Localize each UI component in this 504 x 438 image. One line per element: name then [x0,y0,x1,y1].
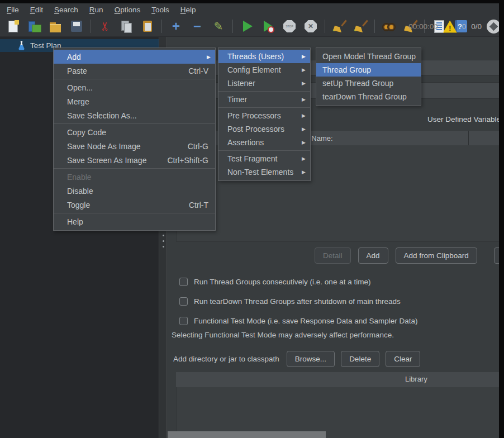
add-button[interactable]: Add [358,247,388,264]
menu-item-merge[interactable]: Merge [54,94,215,108]
menu-item-pre-processors[interactable]: Pre Processors▶ [218,109,310,122]
menu-item-label: Thread Group [322,65,416,74]
classpath-buttons: Browse...DeleteClear [287,351,421,367]
start-np-icon[interactable] [261,19,275,34]
mnemonic-letter: S [54,6,59,14]
menu-item-threads-users[interactable]: Threads (Users)▶ [218,50,310,63]
menu-item-label: Merge [67,97,208,106]
save-icon[interactable] [69,19,84,34]
splitter-grip-dot [163,246,164,247]
checkbox-label: Run tearDown Thread Groups after shutdow… [194,297,401,306]
new-plan-icon[interactable] [6,19,20,34]
mnemonic-letter: O [115,6,121,14]
search-icon[interactable] [382,19,396,34]
mnemonic-letter: R [89,6,95,14]
start-icon[interactable] [240,19,254,34]
error-count: 0 [462,22,467,31]
menu-item-help[interactable]: Help [54,215,215,228]
menu-item-save-selection-as[interactable]: Save Selection As... [54,108,215,122]
templates-icon[interactable] [27,19,41,34]
stop-icon[interactable]: STOP [282,19,297,34]
menu-item-non-test-elements[interactable]: Non-Test Elements▶ [218,165,310,179]
clear-all-icon[interactable]: ● [353,19,368,34]
mnemonic-letter: H [180,6,186,14]
menu-item-open-model-thread-group[interactable]: Open Model Thread Group [316,50,421,63]
submenu-arrow-icon: ▶ [302,54,306,59]
menubar-item-file[interactable]: File [1,4,25,15]
icon-glyph: ✎ [211,19,226,34]
submenu-arrow-icon: ▶ [302,113,306,118]
library-column-label[interactable]: Library [405,375,427,383]
menu-item-test-fragment[interactable]: Test Fragment▶ [218,152,310,165]
submenu-arrow-icon: ▶ [207,54,211,60]
menubar-item-options[interactable]: Options [109,4,146,15]
menu-item-timer[interactable]: Timer▶ [218,93,310,106]
menu-item-label: Config Element [227,65,299,74]
checkbox-2[interactable] [179,297,188,306]
submenu-arrow-icon: ▶ [302,97,306,102]
menubar-item-run[interactable]: Run [84,4,109,15]
menu-item-add[interactable]: Add▶ [54,50,215,64]
menu-item-label: Save Screen As Image [67,156,157,165]
classpath-row: Add directory or jar to classpath Browse… [173,351,420,367]
menu-item-label: Threads (Users) [227,52,299,61]
menu-item-open[interactable]: Open... [54,80,215,94]
icon-glyph: ✕ [303,19,318,34]
submenu-arrow-icon: ▶ [302,156,306,161]
menubar-item-edit[interactable]: Edit [25,4,49,15]
checkbox-1[interactable] [179,278,188,286]
menu-item-save-node-as-image[interactable]: Save Node As ImageCtrl-G [54,139,215,153]
menu-item-label: Open Model Thread Group [322,52,416,61]
cut-icon[interactable]: ✂ [98,19,112,34]
copy-icon[interactable] [119,19,134,34]
expand-all-icon[interactable]: + [169,19,183,34]
menu-item-toggle[interactable]: ToggleCtrl-T [54,198,215,212]
menu-item-label: tearDown Thread Group [322,92,416,101]
menu-item-label: Open... [67,83,208,92]
menu-item-setup-thread-group[interactable]: setUp Thread Group [316,77,421,90]
warning-icon[interactable]: ! [443,21,457,33]
collapse-all-icon[interactable]: − [190,19,205,34]
menu-item-save-screen-as-image[interactable]: Save Screen As ImageCtrl+Shift-G [54,153,215,167]
library-table-body[interactable] [176,387,500,438]
add-submenu: Threads (Users)▶Config Element▶Listener▶… [218,47,311,181]
menu-item-thread-group[interactable]: Thread Group [316,63,421,77]
status-area: 00:00:00 ! 0 0/0 [408,16,501,37]
checkbox-3[interactable] [179,317,188,325]
menu-item-config-element[interactable]: Config Element▶ [218,63,310,77]
elapsed-timer: 00:00:00 [408,22,438,31]
delete-button[interactable]: Delete [341,351,379,367]
menu-item-shortcut: Ctrl+Shift-G [167,156,208,165]
open-icon[interactable] [48,19,63,34]
menu-item-post-processors[interactable]: Post Processors▶ [218,122,310,136]
toggle-icon[interactable]: ✎ [211,19,226,34]
horizontal-scrollbar-thumb[interactable] [168,431,326,438]
jmeter-window: FileEditSearchRunOptionsToolsHelp ✂+−✎ST… [0,0,504,438]
menu-item-shortcut: Ctrl-G [188,142,208,151]
shutdown-icon[interactable]: ✕ [303,19,318,34]
menubar-item-tools[interactable]: Tools [146,4,175,15]
menubar-item-search[interactable]: Search [49,4,84,15]
menu-item-listener[interactable]: Listener▶ [218,77,310,90]
clear-button[interactable]: Clear [386,351,420,367]
browse-button[interactable]: Browse... [287,351,335,367]
clear-icon[interactable]: ● [332,19,346,34]
menu-item-assertions[interactable]: Assertions▶ [218,136,310,149]
submenu-arrow-icon: ▶ [302,67,306,73]
paste-icon[interactable] [140,19,155,34]
submenu-arrow-icon: ▶ [302,126,306,132]
context-menu: Add▶PasteCtrl-VOpen...MergeSave Selectio… [53,47,216,231]
menubar-item-help[interactable]: Help [175,4,202,15]
menu-item-paste[interactable]: PasteCtrl-V [54,64,215,78]
icon-glyph: STOP [282,19,297,34]
menu-item-copy-code[interactable]: Copy Code [54,125,215,139]
toolbar-separator [374,20,375,33]
add-from-clipboard-button[interactable]: Add from Clipboard [396,247,477,264]
menu-item-disable[interactable]: Disable [54,184,215,198]
menu-bar: FileEditSearchRunOptionsToolsHelp [0,3,504,16]
menu-item-label: Help [67,217,208,226]
submenu-arrow-icon: ▶ [302,169,306,175]
menu-item-shortcut: Ctrl-T [189,201,208,210]
menu-item-teardown-thread-group[interactable]: tearDown Thread Group [316,90,421,103]
menu-item-label: Copy Code [67,128,208,137]
